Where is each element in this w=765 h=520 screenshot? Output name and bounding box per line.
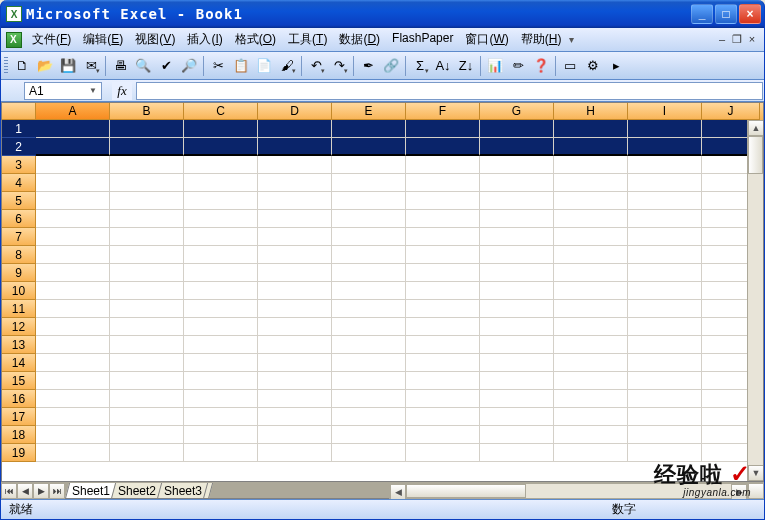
cell-A8[interactable]: [36, 246, 110, 264]
cell-D6[interactable]: [258, 210, 332, 228]
cell-B13[interactable]: [110, 336, 184, 354]
cell-G8[interactable]: [480, 246, 554, 264]
cell-D12[interactable]: [258, 318, 332, 336]
scroll-left-button[interactable]: ◀: [390, 484, 406, 500]
tab-next-button[interactable]: ▶: [33, 483, 49, 499]
cell-B9[interactable]: [110, 264, 184, 282]
horizontal-scrollbar[interactable]: ◀ ▶: [389, 483, 748, 499]
cell-C14[interactable]: [184, 354, 258, 372]
save-icon[interactable]: 💾: [57, 55, 79, 77]
cell-I1[interactable]: [628, 120, 702, 138]
menu-E[interactable]: 编辑(E): [77, 28, 129, 51]
sheet-tab-Sheet2[interactable]: Sheet2: [111, 483, 163, 499]
autosum-icon[interactable]: Σ▾: [409, 55, 431, 77]
cell-D4[interactable]: [258, 174, 332, 192]
cell-F15[interactable]: [406, 372, 480, 390]
cell-E9[interactable]: [332, 264, 406, 282]
row-header-10[interactable]: 10: [2, 282, 36, 300]
cell-I5[interactable]: [628, 192, 702, 210]
cell-H16[interactable]: [554, 390, 628, 408]
menu-F[interactable]: 文件(F): [26, 28, 77, 51]
cell-D19[interactable]: [258, 444, 332, 462]
hyperlink-icon[interactable]: 🔗: [380, 55, 402, 77]
cell-B15[interactable]: [110, 372, 184, 390]
new-doc-icon[interactable]: 🗋: [11, 55, 33, 77]
cell-I18[interactable]: [628, 426, 702, 444]
cell-G2[interactable]: [480, 138, 554, 156]
cell-F18[interactable]: [406, 426, 480, 444]
row-header-8[interactable]: 8: [2, 246, 36, 264]
cell-F14[interactable]: [406, 354, 480, 372]
cell-H17[interactable]: [554, 408, 628, 426]
cell-H1[interactable]: [554, 120, 628, 138]
cell-F12[interactable]: [406, 318, 480, 336]
cell-B16[interactable]: [110, 390, 184, 408]
cell-I9[interactable]: [628, 264, 702, 282]
cell-D7[interactable]: [258, 228, 332, 246]
cell-D1[interactable]: [258, 120, 332, 138]
cell-I12[interactable]: [628, 318, 702, 336]
cell-G11[interactable]: [480, 300, 554, 318]
col-header-J[interactable]: J: [702, 103, 760, 120]
cell-D3[interactable]: [258, 156, 332, 174]
menu-H[interactable]: 帮助(H): [515, 28, 568, 51]
copy-icon[interactable]: 📋: [230, 55, 252, 77]
cell-I3[interactable]: [628, 156, 702, 174]
cell-C19[interactable]: [184, 444, 258, 462]
cell-D15[interactable]: [258, 372, 332, 390]
cell-B4[interactable]: [110, 174, 184, 192]
redo-icon[interactable]: ↷▾: [328, 55, 350, 77]
hscroll-track[interactable]: [526, 484, 731, 498]
cell-B18[interactable]: [110, 426, 184, 444]
cell-I13[interactable]: [628, 336, 702, 354]
cell-F6[interactable]: [406, 210, 480, 228]
cell-G12[interactable]: [480, 318, 554, 336]
cell-A7[interactable]: [36, 228, 110, 246]
undo-icon[interactable]: ↶▾: [305, 55, 327, 77]
more-icon[interactable]: ▸: [605, 55, 627, 77]
cell-B8[interactable]: [110, 246, 184, 264]
hscroll-thumb[interactable]: [406, 484, 526, 498]
col-header-C[interactable]: C: [184, 103, 258, 120]
cell-E17[interactable]: [332, 408, 406, 426]
cell-F1[interactable]: [406, 120, 480, 138]
cell-E15[interactable]: [332, 372, 406, 390]
cell-A6[interactable]: [36, 210, 110, 228]
cell-B17[interactable]: [110, 408, 184, 426]
menu-W[interactable]: 窗口(W): [459, 28, 514, 51]
cell-E12[interactable]: [332, 318, 406, 336]
row-header-14[interactable]: 14: [2, 354, 36, 372]
cell-C9[interactable]: [184, 264, 258, 282]
cell-A13[interactable]: [36, 336, 110, 354]
cell-E19[interactable]: [332, 444, 406, 462]
cell-C18[interactable]: [184, 426, 258, 444]
cell-F9[interactable]: [406, 264, 480, 282]
cell-C15[interactable]: [184, 372, 258, 390]
cell-C1[interactable]: [184, 120, 258, 138]
cell-A15[interactable]: [36, 372, 110, 390]
cell-G16[interactable]: [480, 390, 554, 408]
cell-C16[interactable]: [184, 390, 258, 408]
cell-H2[interactable]: [554, 138, 628, 156]
cell-F13[interactable]: [406, 336, 480, 354]
cell-D9[interactable]: [258, 264, 332, 282]
col-header-E[interactable]: E: [332, 103, 406, 120]
sheet-tab-Sheet3[interactable]: Sheet3: [157, 483, 209, 499]
fx-button[interactable]: fx: [112, 82, 132, 100]
cell-A2[interactable]: [36, 138, 110, 156]
menu-T[interactable]: 工具(T): [282, 28, 333, 51]
row-header-3[interactable]: 3: [2, 156, 36, 174]
research-icon[interactable]: 🔎: [178, 55, 200, 77]
cell-F19[interactable]: [406, 444, 480, 462]
paste-icon[interactable]: 📄: [253, 55, 275, 77]
cell-G19[interactable]: [480, 444, 554, 462]
cell-D8[interactable]: [258, 246, 332, 264]
cell-D13[interactable]: [258, 336, 332, 354]
cell-F17[interactable]: [406, 408, 480, 426]
cell-G1[interactable]: [480, 120, 554, 138]
cell-D18[interactable]: [258, 426, 332, 444]
chart-wizard-icon[interactable]: 📊: [484, 55, 506, 77]
cell-E5[interactable]: [332, 192, 406, 210]
row-header-19[interactable]: 19: [2, 444, 36, 462]
cell-F2[interactable]: [406, 138, 480, 156]
